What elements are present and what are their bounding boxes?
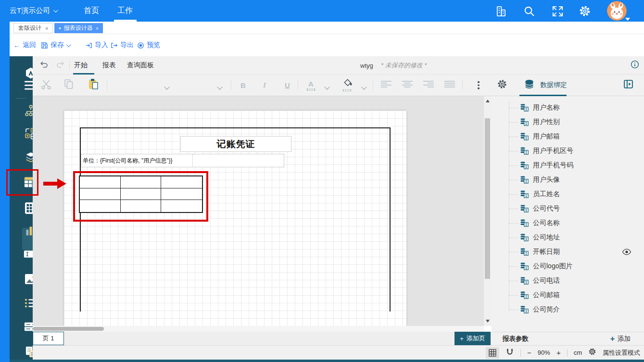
field-item[interactable]: 公司地址: [492, 230, 644, 245]
tab-report-designer[interactable]: ● 报表设计器 ×: [54, 23, 103, 33]
close-icon[interactable]: ×: [96, 25, 99, 31]
field-item[interactable]: 用户手机区号: [492, 144, 644, 158]
align-right-icon[interactable]: [423, 80, 434, 90]
bold-button[interactable]: B: [240, 81, 246, 89]
field-item[interactable]: 开帐日期: [492, 245, 644, 259]
field-item[interactable]: 公司电话: [492, 274, 644, 288]
scroll-up-arrow[interactable]: [486, 100, 490, 102]
divider: [462, 80, 463, 90]
redo-icon[interactable]: [56, 61, 65, 70]
grid-toggle-button[interactable]: [486, 347, 499, 359]
field-item[interactable]: 用户头像: [492, 173, 644, 187]
cell-divider: [192, 154, 193, 167]
field-icon: [520, 205, 529, 212]
tree-connector: [509, 151, 518, 151]
font-family-dropdown[interactable]: [119, 79, 172, 91]
ribbon-tab-report[interactable]: 报表: [102, 61, 116, 70]
field-label: 公司电话: [533, 276, 560, 285]
chevron-down-icon[interactable]: [361, 84, 366, 89]
import-button[interactable]: 导入: [85, 34, 108, 56]
export-button[interactable]: 导出: [111, 34, 134, 56]
ribbon-tab-query-panel[interactable]: 查询面板: [127, 61, 154, 70]
field-icon: [520, 118, 529, 126]
info-icon[interactable]: [631, 60, 639, 71]
zoom-out-button[interactable]: −: [527, 349, 531, 357]
field-item[interactable]: 公司logo图片: [492, 259, 644, 274]
field-item[interactable]: 公司简介: [492, 302, 644, 317]
add-page-button[interactable]: + 添加页: [455, 332, 491, 345]
scrollbar-thumb[interactable]: [33, 327, 104, 331]
page-tab-1[interactable]: 页 1: [33, 332, 64, 345]
align-center-icon[interactable]: [402, 80, 413, 90]
magnet-snap-button[interactable]: [505, 348, 514, 358]
building-icon[interactable]: [494, 4, 508, 18]
gear-icon[interactable]: [497, 79, 507, 91]
vertical-scrollbar[interactable]: [484, 96, 492, 326]
more-icon[interactable]: [478, 81, 480, 89]
report-params-label: 报表参数: [503, 335, 529, 343]
zoom-in-button[interactable]: +: [556, 349, 561, 357]
field-item[interactable]: 用户邮箱: [492, 129, 644, 144]
underline-button[interactable]: U: [285, 81, 290, 89]
report-params-row: 报表参数 + 添加: [492, 332, 644, 345]
fullscreen-icon[interactable]: [551, 4, 564, 18]
italic-button[interactable]: I: [263, 81, 266, 89]
zoom-level[interactable]: 90%: [538, 349, 550, 356]
save-button[interactable]: 保存: [41, 34, 70, 56]
back-button[interactable]: ← 返回: [13, 34, 36, 56]
gear-icon[interactable]: [588, 348, 596, 358]
field-label: 用户手机区号: [533, 147, 573, 155]
paste-icon[interactable]: [88, 78, 99, 92]
add-param-button[interactable]: + 添加: [610, 335, 631, 343]
scrollbar-thumb[interactable]: [485, 118, 490, 279]
field-label: 公司logo图片: [533, 262, 572, 271]
copy-icon[interactable]: [64, 79, 74, 91]
preview-button[interactable]: 预览: [137, 34, 160, 56]
report-title-cell[interactable]: 记账凭证: [180, 136, 291, 152]
font-color-button[interactable]: A: [307, 80, 315, 91]
undo-icon[interactable]: [39, 61, 49, 70]
panel-tab-data-binding[interactable]: 数据绑定: [540, 81, 567, 89]
nav-work[interactable]: 工作: [117, 0, 133, 22]
property-mode-toggle[interactable]: 属性设置模式: [603, 349, 640, 357]
horizontal-scrollbar[interactable]: [33, 326, 484, 332]
unit-selector[interactable]: cm: [574, 349, 582, 356]
close-icon[interactable]: ×: [45, 25, 48, 31]
tree-connector: [509, 122, 518, 123]
gear-icon[interactable]: [578, 4, 592, 18]
chevron-down-icon: [66, 42, 71, 47]
fill-color-button[interactable]: [343, 79, 353, 91]
page-tab-strip: 页 1 + 添加页: [33, 332, 492, 345]
company-switcher[interactable]: 云T演示公司: [10, 0, 57, 22]
tree-connector: [509, 194, 518, 195]
nav-home[interactable]: 首页: [84, 0, 99, 22]
scroll-down-arrow[interactable]: [486, 320, 490, 323]
tab-label: 报表设计器: [64, 24, 93, 32]
align-left-icon[interactable]: [381, 80, 391, 90]
field-icon: [520, 262, 529, 270]
field-icon: [520, 219, 529, 227]
panel-toggle-icon[interactable]: [623, 79, 633, 91]
avatar[interactable]: [607, 1, 627, 21]
eye-icon[interactable]: [622, 249, 631, 255]
database-icon[interactable]: [524, 79, 534, 91]
field-item[interactable]: 员工姓名: [492, 187, 644, 201]
field-item[interactable]: 公司名称: [492, 216, 644, 230]
ribbon-tab-start[interactable]: 开始: [74, 61, 88, 70]
field-item[interactable]: 用户性别: [492, 115, 644, 129]
tab-template-design[interactable]: 套版设计 ×: [13, 23, 53, 33]
chevron-down-icon[interactable]: [324, 84, 329, 89]
field-label: 员工姓名: [533, 190, 560, 199]
unit-formula-cell[interactable]: 单位：{First(公司名称, "用户信息")}: [81, 154, 284, 167]
field-item[interactable]: 公司代号: [492, 201, 644, 216]
caret-down-icon[interactable]: [625, 18, 630, 21]
cut-icon[interactable]: [41, 79, 51, 91]
color-swatch: [343, 89, 351, 91]
field-item[interactable]: 公司邮箱: [492, 288, 644, 302]
export-icon: [111, 42, 118, 49]
field-item[interactable]: 用户手机号码: [492, 158, 644, 173]
align-justify-icon[interactable]: [444, 80, 455, 90]
search-icon[interactable]: [522, 4, 536, 18]
field-item[interactable]: 用户名称: [492, 100, 644, 115]
bottom-accent-strip: [10, 360, 644, 362]
